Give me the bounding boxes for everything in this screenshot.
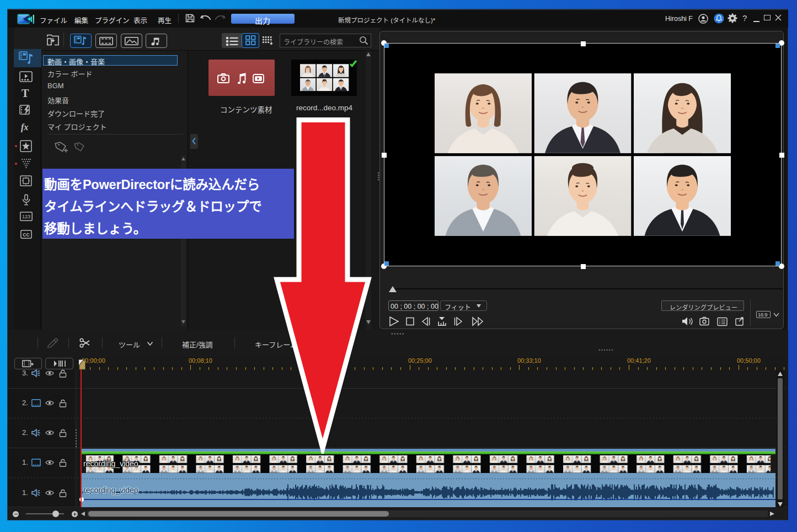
svg-text:CC: CC <box>23 232 29 238</box>
svg-text:123: 123 <box>22 214 30 219</box>
